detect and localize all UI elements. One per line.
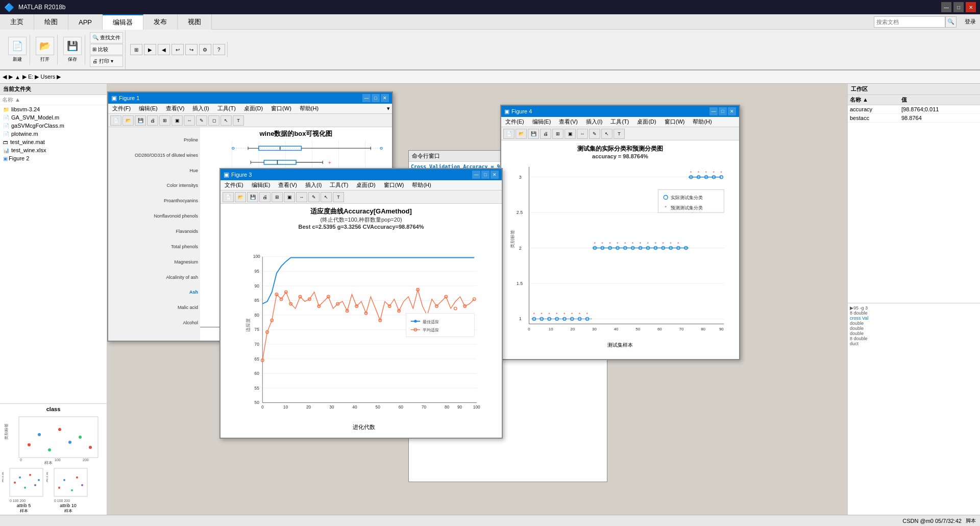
maximize-button[interactable]: □: [953, 2, 964, 12]
fig3-tb-9[interactable]: ↖: [321, 192, 332, 202]
fig4-menu-window[interactable]: 窗口(W): [663, 118, 687, 126]
figure1-maximize[interactable]: □: [372, 94, 380, 102]
tab-editor[interactable]: 编辑器: [103, 14, 143, 30]
fig4-menu-edit[interactable]: 编辑(E): [530, 118, 553, 126]
fig1-tb-7[interactable]: ↔: [184, 115, 195, 126]
fig3-tb-1[interactable]: 📄: [223, 192, 234, 202]
figure1-close[interactable]: ✕: [381, 94, 389, 102]
close-button[interactable]: ✕: [966, 2, 976, 12]
fig4-menu-view[interactable]: 查看(V): [557, 118, 580, 126]
fig4-tb-9[interactable]: ↖: [601, 129, 612, 139]
figure1-minimize[interactable]: —: [362, 94, 371, 102]
fig1-tb-2[interactable]: 📂: [122, 115, 134, 126]
fig4-menu-insert[interactable]: 插入(I): [584, 118, 604, 126]
fig4-tb-2[interactable]: 📂: [516, 129, 527, 139]
fig4-tb-1[interactable]: 📄: [503, 129, 514, 139]
search-button[interactable]: 🔍: [945, 16, 957, 28]
file-gasvm[interactable]: 📄 gaSVMcgForClass.m: [0, 122, 107, 130]
tab-publish[interactable]: 发布: [143, 14, 178, 30]
fig3-menu-window[interactable]: 窗口(W): [382, 181, 406, 189]
fig1-menu-view[interactable]: 查看(V): [164, 105, 187, 112]
fig1-tb-4[interactable]: 🖨: [147, 115, 158, 126]
fig3-menu-help[interactable]: 帮助(H): [410, 181, 433, 189]
fig3-menu-file[interactable]: 文件(E): [223, 181, 246, 189]
fig3-menu-view[interactable]: 查看(V): [276, 181, 299, 189]
fig1-tb-8[interactable]: ✎: [196, 115, 207, 126]
fig4-tb-8[interactable]: ✎: [589, 129, 600, 139]
print-button[interactable]: 🖨 打印 ▾: [90, 56, 123, 67]
toolbar-btn-2[interactable]: ▶: [144, 44, 156, 55]
toolbar-btn-1[interactable]: ⊞: [130, 44, 142, 55]
toolbar-btn-6[interactable]: ⚙: [199, 44, 211, 55]
fig3-menu-desktop[interactable]: 桌面(D): [354, 181, 377, 189]
fig4-tb-6[interactable]: ▣: [565, 129, 576, 139]
open-button[interactable]: 📂: [36, 37, 54, 55]
find-files-button[interactable]: 🔍 查找文件: [90, 32, 123, 43]
workspace-row-2[interactable]: bestacc 98.8764: [848, 114, 980, 123]
svg-text:50: 50: [255, 400, 260, 405]
toolbar-btn-5[interactable]: ↪: [185, 44, 198, 55]
fig3-menu-edit[interactable]: 编辑(E): [250, 181, 273, 189]
fig3-tb-7[interactable]: ↔: [296, 192, 307, 202]
fig1-tb-11[interactable]: T: [233, 115, 244, 126]
fig3-tb-8[interactable]: ✎: [308, 192, 320, 202]
file-plotwine[interactable]: 📄 plotwine.m: [0, 130, 107, 138]
fig3-tb-5[interactable]: ⊞: [272, 192, 283, 202]
figure3-minimize[interactable]: —: [472, 171, 480, 179]
fig4-menu-tools[interactable]: 工具(T): [608, 118, 631, 126]
fig1-menu-help[interactable]: 帮助(H): [298, 105, 321, 112]
tab-plot[interactable]: 绘图: [34, 14, 68, 30]
figure3-close[interactable]: ✕: [491, 171, 499, 179]
toolbar-btn-3[interactable]: ◀: [158, 44, 170, 55]
login-label[interactable]: 登录: [961, 14, 980, 30]
file-libsvm[interactable]: 📁 libsvm-3.24: [0, 105, 107, 113]
new-button[interactable]: 📄: [8, 37, 27, 55]
fig1-menu-window[interactable]: 窗口(W): [269, 105, 293, 112]
compare-button[interactable]: ⊞ 比较: [90, 44, 123, 55]
fig1-tb-9[interactable]: ◻: [208, 115, 219, 126]
fig3-tb-4[interactable]: 🖨: [259, 192, 271, 202]
fig4-menu-file[interactable]: 文件(E): [503, 118, 526, 126]
fig1-menu-file[interactable]: 文件(F): [110, 105, 133, 112]
tab-home[interactable]: 主页: [0, 14, 34, 30]
fig3-tb-3[interactable]: 💾: [247, 192, 258, 202]
fig1-menu-desktop[interactable]: 桌面(D): [242, 105, 265, 112]
minimize-button[interactable]: —: [941, 2, 951, 12]
fig1-tb-6[interactable]: ▣: [172, 115, 183, 126]
fig1-tb-3[interactable]: 💾: [135, 115, 146, 126]
search-input[interactable]: [874, 16, 945, 28]
fig4-tb-5[interactable]: ⊞: [552, 129, 564, 139]
fig1-menu-edit[interactable]: 编辑(E): [137, 105, 160, 112]
fig4-tb-7[interactable]: ↔: [577, 129, 588, 139]
figure3-maximize[interactable]: □: [481, 171, 489, 179]
tab-app[interactable]: APP: [68, 14, 103, 30]
file-test-wine-mat[interactable]: 🗃 test_wine.mat: [0, 138, 107, 146]
fig4-tb-3[interactable]: 💾: [528, 129, 539, 139]
workspace-row-1[interactable]: accuracy [98.8764;0.011: [848, 105, 980, 114]
toolbar-btn-4[interactable]: ↩: [172, 44, 184, 55]
fig4-menu-desktop[interactable]: 桌面(D): [635, 118, 658, 126]
fig3-tb-2[interactable]: 📂: [235, 192, 246, 202]
toolbar-btn-7[interactable]: ?: [213, 44, 225, 55]
file-ga-svm[interactable]: 📄 GA_SVM_Model.m: [0, 113, 107, 122]
figure4-minimize[interactable]: —: [709, 107, 718, 115]
fig1-menu-tools[interactable]: 工具(T): [215, 105, 238, 112]
fig3-menu-insert[interactable]: 插入(I): [303, 181, 324, 189]
save-button[interactable]: 💾: [63, 37, 82, 55]
file-figure2[interactable]: ▣ Figure 2: [0, 154, 107, 162]
fig4-tb-4[interactable]: 🖨: [540, 129, 551, 139]
fig1-menu-extra[interactable]: ▾: [387, 105, 390, 112]
fig1-tb-1[interactable]: 📄: [110, 115, 121, 126]
fig3-tb-6[interactable]: ▣: [284, 192, 295, 202]
fig3-tb-10[interactable]: T: [333, 192, 344, 202]
tab-view[interactable]: 视图: [178, 14, 212, 30]
fig1-menu-insert[interactable]: 插入(I): [190, 105, 211, 112]
fig3-menu-tools[interactable]: 工具(T): [328, 181, 350, 189]
fig1-tb-10[interactable]: ↖: [220, 115, 232, 126]
fig1-tb-5[interactable]: ⊞: [159, 115, 170, 126]
figure4-close[interactable]: ✕: [728, 107, 736, 115]
file-test-wine-xlsx[interactable]: 📊 test_wine.xlsx: [0, 146, 107, 154]
fig4-tb-10[interactable]: T: [614, 129, 625, 139]
figure4-maximize[interactable]: □: [719, 107, 727, 115]
fig4-menu-help[interactable]: 帮助(H): [691, 118, 714, 126]
